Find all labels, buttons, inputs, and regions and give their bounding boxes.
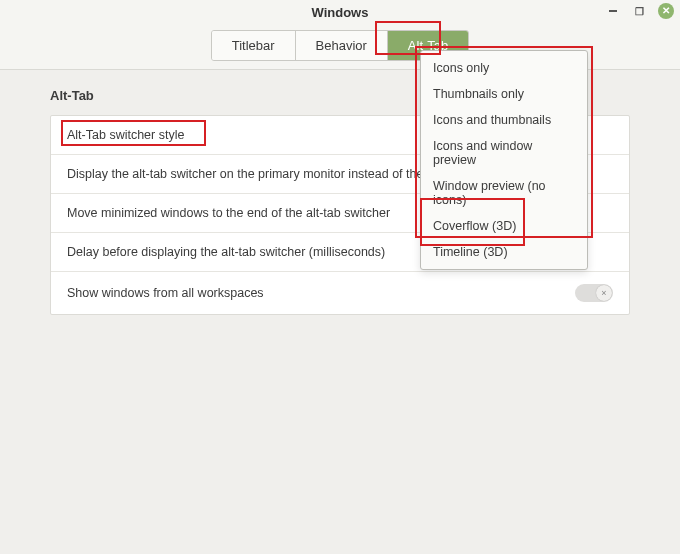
tab-behavior[interactable]: Behavior <box>295 31 387 60</box>
dropdown-item-label: Coverflow (3D) <box>433 219 516 233</box>
switcher-style-dropdown[interactable]: Icons only Thumbnails only Icons and thu… <box>420 50 588 270</box>
dropdown-item-timeline-3d[interactable]: Timeline (3D) <box>421 239 587 265</box>
dropdown-item-coverflow-3d[interactable]: Coverflow (3D) <box>421 213 587 239</box>
titlebar: Windows ❐ ✕ <box>0 0 680 24</box>
dropdown-item-thumbnails-only[interactable]: Thumbnails only <box>421 81 587 107</box>
row-label: Alt-Tab switcher style <box>67 128 184 142</box>
dropdown-item-label: Icons and thumbnails <box>433 113 551 127</box>
window-title: Windows <box>312 5 369 20</box>
row-label: Move minimized windows to the end of the… <box>67 206 390 220</box>
window: Windows ❐ ✕ Titlebar Behavior Alt-Tab Al… <box>0 0 680 554</box>
toggle-all-workspaces[interactable]: × <box>575 284 613 302</box>
close-icon[interactable]: ✕ <box>658 3 674 19</box>
minimize-icon[interactable] <box>606 4 620 18</box>
dropdown-item-icons-and-window-preview[interactable]: Icons and window preview <box>421 133 587 173</box>
dropdown-item-icons-and-thumbnails[interactable]: Icons and thumbnails <box>421 107 587 133</box>
dropdown-item-label: Thumbnails only <box>433 87 524 101</box>
maximize-icon[interactable]: ❐ <box>632 4 646 18</box>
dropdown-item-label: Icons only <box>433 61 489 75</box>
dropdown-item-label: Icons and window preview <box>433 139 532 167</box>
content-area: Alt-Tab Alt-Tab switcher style Display t… <box>0 70 680 554</box>
dropdown-item-label: Timeline (3D) <box>433 245 508 259</box>
row-label: Delay before displaying the alt-tab swit… <box>67 245 385 259</box>
toggle-knob: × <box>596 285 612 301</box>
dropdown-item-label: Window preview (no icons) <box>433 179 546 207</box>
row-label: Show windows from all workspaces <box>67 286 264 300</box>
row-label: Display the alt-tab switcher on the prim… <box>67 167 423 181</box>
window-controls: ❐ ✕ <box>606 3 674 19</box>
tab-label: Titlebar <box>232 38 275 53</box>
dropdown-item-icons-only[interactable]: Icons only <box>421 55 587 81</box>
tab-titlebar[interactable]: Titlebar <box>212 31 295 60</box>
row-all-workspaces: Show windows from all workspaces × <box>51 272 629 314</box>
tab-label: Behavior <box>316 38 367 53</box>
dropdown-item-window-preview-no-icons[interactable]: Window preview (no icons) <box>421 173 587 213</box>
